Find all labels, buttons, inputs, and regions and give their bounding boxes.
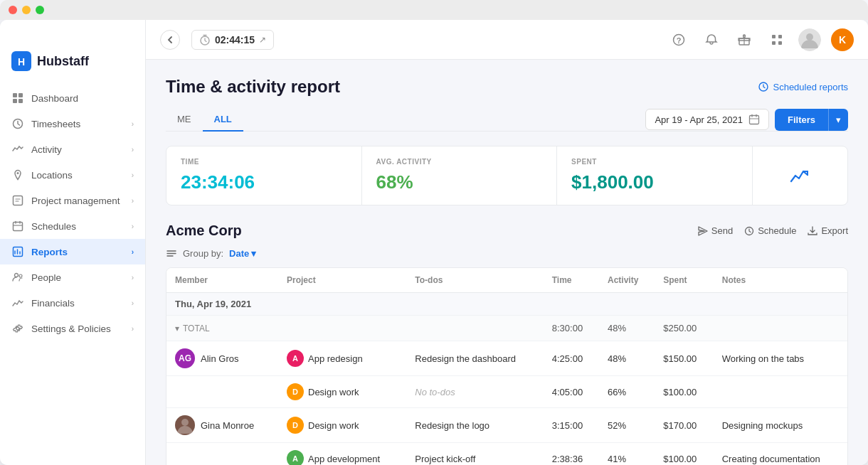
spent-cell: $170.00	[655, 408, 713, 443]
member-cell: AG Alin Gros	[166, 341, 278, 376]
project-name: Design work	[308, 387, 359, 397]
collapse-button[interactable]: ▾ TOTAL	[175, 324, 535, 333]
sidebar-nav: Dashboard Timesheets › A	[0, 85, 145, 465]
member-cell	[166, 443, 278, 466]
export-label: Export	[821, 225, 848, 236]
help-button[interactable]: ?	[667, 28, 690, 51]
project-dot: A	[287, 450, 304, 465]
project-name: App development	[308, 454, 380, 464]
spent-cell: $100.00	[655, 376, 713, 408]
timer-widget[interactable]: 02:44:15 ↗	[191, 30, 274, 50]
sidebar-item-settings[interactable]: Settings & Policies ›	[0, 316, 145, 341]
table-row: D Design work No to-dos 4:05:00 66% $100…	[166, 376, 847, 408]
table-body: Thu, Apr 19, 2021 ▾ TOTAL 8:30:00	[166, 293, 847, 466]
filters-button[interactable]: Filters	[775, 109, 828, 131]
timesheets-icon	[11, 117, 24, 130]
back-button[interactable]	[160, 30, 180, 50]
group-by-icon	[166, 247, 177, 259]
svg-rect-11	[14, 223, 23, 231]
sidebar-item-reports[interactable]: Reports ›	[0, 239, 145, 264]
send-button[interactable]: Send	[698, 225, 733, 236]
activity-chevron: ›	[132, 146, 134, 154]
filters-dropdown-button[interactable]: ▾	[828, 109, 848, 131]
spent-cell: $100.00	[655, 443, 713, 466]
financials-chevron: ›	[132, 299, 134, 307]
calendar-icon	[748, 114, 760, 125]
user-initial-avatar[interactable]: K	[831, 28, 854, 51]
member-name: Alin Gros	[201, 353, 238, 364]
sidebar-item-schedules[interactable]: Schedules ›	[0, 213, 145, 239]
gift-button[interactable]	[733, 28, 756, 51]
project-dot: D	[287, 417, 304, 434]
svg-rect-25	[772, 35, 776, 38]
export-button[interactable]: Export	[808, 225, 848, 236]
minimize-dot[interactable]	[22, 6, 31, 14]
svg-rect-26	[778, 35, 782, 38]
main-area: 02:44:15 ↗ ? K	[146, 20, 868, 465]
titlebar	[0, 0, 868, 20]
col-todos: To-dos	[406, 268, 543, 293]
content: Time & activity report Scheduled reports…	[146, 60, 868, 465]
spent-label: SPENT	[571, 158, 738, 166]
svg-point-20	[19, 274, 22, 277]
filters-btn-group: Filters ▾	[775, 109, 848, 131]
section-title: Acme Corp	[166, 223, 242, 239]
tab-me[interactable]: ME	[166, 108, 203, 132]
schedule-button[interactable]: Schedule	[744, 225, 796, 236]
apps-button[interactable]	[766, 28, 788, 51]
todo-cell: Redesign the logo	[406, 408, 543, 443]
svg-rect-4	[13, 99, 17, 103]
svg-rect-2	[13, 93, 17, 97]
group-by-value[interactable]: Date ▾	[229, 248, 256, 259]
reports-icon	[11, 245, 24, 258]
svg-rect-28	[778, 41, 782, 45]
sidebar-item-locations[interactable]: Locations ›	[0, 162, 145, 188]
tab-all[interactable]: ALL	[203, 108, 243, 132]
notes-cell: Working on the tabs	[714, 341, 847, 376]
total-time: 8:30:00	[544, 316, 599, 341]
sidebar-item-dashboard[interactable]: Dashboard	[0, 85, 145, 111]
timer-value: 02:44:15	[215, 34, 255, 46]
no-todos-text: No to-dos	[415, 387, 455, 397]
sidebar-item-timesheets[interactable]: Timesheets ›	[0, 111, 145, 137]
topbar: 02:44:15 ↗ ? K	[146, 20, 868, 60]
table-container: Member Project To-dos Time Activity Spen…	[166, 267, 848, 465]
user-avatar[interactable]	[798, 28, 821, 51]
todo-cell: Redesign the dashboard	[406, 341, 543, 376]
sidebar-item-financials[interactable]: Financials ›	[0, 290, 145, 316]
spent-cell: $150.00	[655, 341, 713, 376]
todo-cell: Project kick-off	[406, 443, 543, 466]
dashboard-icon	[11, 92, 24, 105]
page-title: Time & activity report	[166, 77, 340, 97]
send-label: Send	[711, 225, 733, 236]
date-range-input[interactable]: Apr 19 - Apr 25, 2021	[645, 109, 769, 130]
svg-point-7	[17, 172, 19, 174]
notes-cell	[714, 376, 847, 408]
total-activity: 48%	[599, 316, 655, 341]
todo-cell: No to-dos	[406, 376, 543, 408]
project-icon	[11, 194, 24, 207]
date-filter: Apr 19 - Apr 25, 2021 Filters ▾	[645, 109, 848, 131]
stat-avg-activity: AVG. ACTIVITY 68%	[362, 146, 558, 205]
svg-point-19	[15, 274, 18, 277]
maximize-dot[interactable]	[36, 6, 44, 14]
time-cell: 3:15:00	[544, 408, 599, 443]
notes-cell: Creating documentation	[714, 443, 847, 466]
scheduled-reports-link[interactable]: Scheduled reports	[758, 82, 848, 92]
schedules-icon	[11, 220, 24, 232]
avg-activity-value: 68%	[376, 171, 543, 193]
close-dot[interactable]	[9, 6, 17, 14]
sidebar-item-project-management[interactable]: Project management ›	[0, 188, 145, 213]
sidebar-item-activity[interactable]: Activity ›	[0, 137, 145, 162]
settings-chevron: ›	[132, 325, 134, 333]
sidebar-item-settings-label: Settings & Policies	[31, 324, 111, 334]
svg-rect-27	[772, 41, 776, 45]
sidebar-item-people[interactable]: People ›	[0, 264, 145, 290]
project-name: App redesign	[308, 353, 363, 364]
timer-expand-icon[interactable]: ↗	[259, 35, 266, 45]
notifications-button[interactable]	[700, 28, 723, 51]
stat-chart-icon-card[interactable]	[753, 146, 847, 205]
timer-icon	[199, 34, 211, 46]
chart-trend-icon	[790, 166, 810, 186]
group-by-row: Group by: Date ▾	[166, 247, 848, 259]
